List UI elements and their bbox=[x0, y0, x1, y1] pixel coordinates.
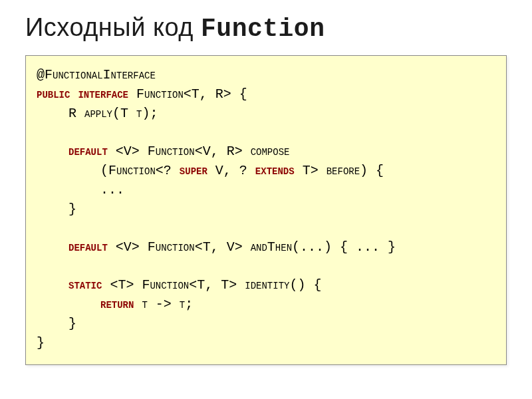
code-line: public interface Function<T, R> { bbox=[37, 84, 495, 104]
code-line: default <V> Function<V, R> compose bbox=[37, 142, 495, 161]
blank-line bbox=[37, 123, 495, 142]
code-line: static <T> Function<T, T> identity() { bbox=[37, 275, 495, 295]
code-line: default <V> Function<T, V> andThen(...) … bbox=[37, 237, 495, 257]
code-line: } bbox=[37, 333, 495, 352]
code-line: R apply(T t); bbox=[37, 104, 495, 123]
blank-line bbox=[37, 219, 495, 237]
code-line: ... bbox=[37, 180, 495, 200]
slide-title: Исходный код Function bbox=[25, 13, 507, 43]
code-line: return t -> t; bbox=[37, 295, 495, 314]
title-prefix: Исходный код bbox=[25, 13, 201, 41]
code-line: } bbox=[37, 314, 495, 333]
blank-line bbox=[37, 257, 495, 275]
code-block: @FunctionalInterface public interface Fu… bbox=[25, 55, 507, 365]
slide: Исходный код Function @FunctionalInterfa… bbox=[0, 0, 532, 399]
code-line: } bbox=[37, 200, 495, 219]
code-line: @FunctionalInterface bbox=[37, 65, 495, 84]
code-line: (Function<? super V, ? extends T> before… bbox=[37, 161, 495, 180]
title-mono: Function bbox=[201, 15, 325, 43]
